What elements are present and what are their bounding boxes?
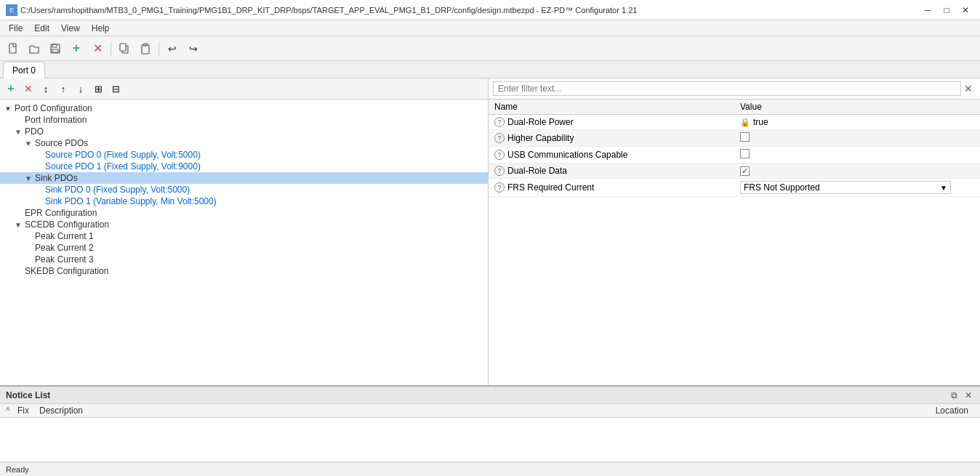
tree-toggle-source-pdo-0 [33, 151, 44, 159]
tree-toggle-pdo[interactable]: ▼ [13, 128, 23, 136]
menu-view[interactable]: View [55, 22, 86, 35]
tree-label-scedb-config: SCEDB Configuration [23, 219, 109, 230]
tree-label-peak-current-1: Peak Current 1 [33, 231, 94, 241]
tree-node-peak-current-3[interactable]: Peak Current 3 [0, 254, 488, 265]
tree-node-peak-current-1[interactable]: Peak Current 1 [0, 230, 488, 242]
tree-node-source-pdo-0[interactable]: Source PDO 0 (Fixed Supply, Volt:5000) [0, 149, 488, 161]
tree-sort-button[interactable]: ↕ [38, 81, 54, 97]
add-button[interactable]: + [66, 39, 87, 59]
tree-node-epr-config[interactable]: EPR Configuration [0, 207, 488, 219]
tree-add-button[interactable]: + [3, 81, 19, 97]
tree-node-sink-pdo-0[interactable]: Sink PDO 0 (Fixed Supply, Volt:5000) [0, 184, 488, 195]
properties-table: Name Value ? Dual-Role Power [489, 100, 980, 385]
dropdown-frs[interactable]: FRS Not Supported ▼ [740, 181, 951, 194]
tree-label-sink-pdos: Sink PDOs [33, 173, 78, 183]
prop-value-higher-capability[interactable] [734, 130, 980, 147]
undo-button[interactable]: ↩ [162, 39, 182, 59]
tree-node-source-pdo-1[interactable]: Source PDO 1 (Fixed Supply, Volt:9000) [0, 161, 488, 172]
notice-close-button[interactable]: ✕ [963, 390, 974, 401]
notice-title: Notice List [6, 390, 50, 400]
prop-row-higher-capability: ? Higher Capability [489, 130, 980, 147]
filter-clear-button[interactable]: ✕ [961, 81, 976, 96]
prop-value-usb-comm[interactable] [734, 147, 980, 164]
menu-file[interactable]: File [3, 22, 28, 35]
tree-toggle-sink-pdos[interactable]: ▼ [23, 174, 33, 182]
copy-button[interactable] [114, 39, 134, 59]
tree-toggle-skedb-config [13, 267, 23, 275]
menu-bar: File Edit View Help [0, 20, 980, 36]
tree-node-pdo[interactable]: ▼ PDO [0, 126, 488, 137]
notice-controls: ⧉ ✕ [948, 390, 974, 401]
tree-toggle-epr-config [13, 209, 23, 217]
tree-label-epr-config: EPR Configuration [23, 208, 97, 218]
tree-label-source-pdo-0: Source PDO 0 (Fixed Supply, Volt:5000) [44, 150, 201, 160]
prop-name-usb-comm: ? USB Communications Capable [489, 147, 734, 164]
prop-value-dual-role-data[interactable]: ✓ [734, 164, 980, 179]
prop-label-higher-capability: Higher Capability [507, 133, 574, 143]
help-icon-usb-comm[interactable]: ? [494, 150, 505, 160]
tree-node-scedb-config[interactable]: ▼ SCEDB Configuration [0, 219, 488, 230]
tree-delete-button[interactable]: ✕ [20, 81, 36, 97]
tree-node-port-info[interactable]: Port Information [0, 114, 488, 126]
open-button[interactable] [24, 39, 44, 59]
checkbox-dual-role-data[interactable]: ✓ [740, 166, 750, 176]
properties-panel: ✕ Name Value ? Dual-Role Pow [489, 78, 980, 385]
tree-node-source-pdos[interactable]: ▼ Source PDOs [0, 137, 488, 149]
tree-label-source-pdos: Source PDOs [33, 138, 88, 148]
tab-strip: Port 0 [0, 61, 980, 78]
save-button[interactable] [45, 39, 65, 59]
maximize-button[interactable]: □ [938, 3, 955, 17]
help-icon-frs[interactable]: ? [494, 182, 505, 193]
notice-table-header: ^ Fix Description Location [0, 404, 980, 418]
tree-label-peak-current-2: Peak Current 2 [33, 243, 94, 253]
tree-up-button[interactable]: ↑ [55, 81, 71, 97]
tree-node-skedb-config[interactable]: SKEDB Configuration [0, 265, 488, 277]
menu-help[interactable]: Help [86, 22, 116, 35]
tree-label-pdo: PDO [23, 126, 44, 137]
window-controls: ─ □ ✕ [919, 3, 974, 17]
tree-collapse-button[interactable]: ⊟ [108, 81, 124, 97]
checkbox-higher-capability[interactable] [740, 132, 750, 142]
tree-toggle-scedb-config[interactable]: ▼ [13, 221, 23, 229]
tree-toggle-source-pdo-1 [33, 163, 44, 171]
help-icon-higher-capability[interactable]: ? [494, 133, 505, 143]
svg-rect-6 [142, 45, 149, 54]
filter-input[interactable] [493, 81, 961, 96]
new-button[interactable] [3, 39, 23, 59]
tree-panel: + ✕ ↕ ↑ ↓ ⊞ ⊟ ▼ Port 0 Configuration Por… [0, 78, 489, 385]
minimize-button[interactable]: ─ [919, 3, 936, 17]
tree-expand-button[interactable]: ⊞ [90, 81, 106, 97]
tree-node-sink-pdos[interactable]: ▼ Sink PDOs [0, 172, 488, 184]
delete-button[interactable]: ✕ [87, 39, 108, 59]
tree-node-peak-current-2[interactable]: Peak Current 2 [0, 242, 488, 254]
svg-rect-3 [52, 49, 58, 52]
tree-down-button[interactable]: ↓ [73, 81, 89, 97]
tree-toggle-sink-pdo-1 [33, 198, 44, 206]
dropdown-frs-arrow: ▼ [940, 184, 947, 192]
menu-edit[interactable]: Edit [28, 22, 55, 35]
tree-node-port0-config[interactable]: ▼ Port 0 Configuration [0, 102, 488, 114]
checkbox-usb-comm[interactable] [740, 149, 750, 158]
notice-content [0, 418, 980, 461]
redo-button[interactable]: ↪ [183, 39, 204, 59]
filter-bar: ✕ [489, 78, 980, 100]
paste-button[interactable] [135, 39, 156, 59]
close-button[interactable]: ✕ [957, 3, 974, 17]
prop-row-dual-role-power: ? Dual-Role Power 🔒 true [489, 115, 980, 130]
prop-row-usb-comm: ? USB Communications Capable [489, 147, 980, 164]
help-icon-dual-role-power[interactable]: ? [494, 117, 505, 127]
notice-restore-button[interactable]: ⧉ [948, 390, 960, 401]
tree-toggle-peak-current-3 [23, 256, 33, 264]
prop-value-dual-role-power: 🔒 true [734, 115, 980, 130]
prop-value-frs[interactable]: FRS Not Supported ▼ [734, 179, 980, 197]
tree-toggle-port0-config[interactable]: ▼ [3, 105, 13, 113]
prop-name-dual-role-power: ? Dual-Role Power [489, 115, 734, 130]
tab-port0[interactable]: Port 0 [3, 62, 45, 78]
tree-toggle-peak-current-2 [23, 244, 33, 252]
help-icon-dual-role-data[interactable]: ? [494, 166, 505, 176]
prop-name-frs: ? FRS Required Current [489, 179, 734, 197]
tree-toggle-source-pdos[interactable]: ▼ [23, 140, 33, 148]
window-title: C:/Users/ramshopitham/MTB3_0_PMG1_Traini… [20, 6, 637, 15]
tree-node-sink-pdo-1[interactable]: Sink PDO 1 (Variable Supply, Min Volt:50… [0, 195, 488, 207]
main-area: + ✕ ↕ ↑ ↓ ⊞ ⊟ ▼ Port 0 Configuration Por… [0, 78, 980, 385]
